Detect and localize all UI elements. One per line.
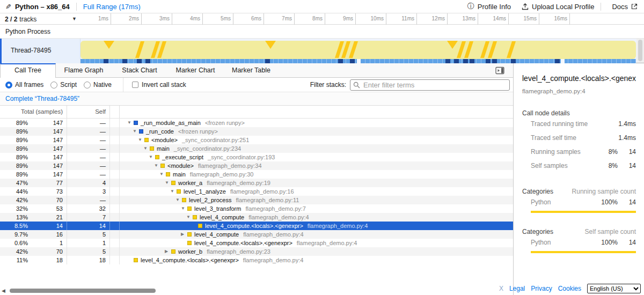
collapse-icon[interactable]: ▼ [154, 161, 160, 170]
invert-call-stack-checkbox[interactable] [132, 82, 138, 88]
radio-native[interactable]: Native [84, 81, 112, 88]
table-row[interactable]: 42%70—▼level_2_processflamegraph_demo.py… [0, 196, 513, 204]
breadcrumb-root-link[interactable]: Complete “Thread-78495” [5, 95, 79, 102]
jank-marker[interactable] [447, 41, 458, 49]
collapse-icon[interactable]: ▼ [133, 127, 139, 136]
jank-marker[interactable] [135, 41, 144, 58]
category-value: 14 [618, 239, 636, 246]
table-row[interactable]: 89%147—▼<module>_sync_coordinator.py:251 [0, 136, 513, 144]
table-row[interactable]: 11%1818level_4_compute.<locals>.<genexpr… [0, 256, 513, 264]
table-row[interactable]: 89%147—▼_run_module_as_main<frozen runpy… [0, 119, 513, 127]
jank-marker[interactable] [265, 41, 276, 49]
table-row[interactable]: 47%774▼worker_aflamegraph_demo.py:19 [0, 179, 513, 187]
time-ruler[interactable]: 1ms2ms3ms4ms5ms6ms7ms8ms9ms10ms11ms12ms1… [80, 13, 644, 25]
invert-call-stack-label: Invert call stack [142, 81, 186, 88]
tab-call-tree[interactable]: Call Tree [0, 63, 56, 78]
detail-row: Traced running time1.4ms [531, 117, 636, 131]
radio-script[interactable]: Script [50, 81, 77, 88]
collapse-icon[interactable]: ▼ [175, 196, 182, 204]
table-row[interactable]: 42%705▶worker_bflamegraph_demo.py:23 [0, 247, 513, 256]
total-cell: 47%77 [0, 179, 67, 187]
collapse-icon[interactable]: ▼ [127, 119, 134, 127]
table-row[interactable]: 32%5332▼level_3_transformflamegraph_demo… [0, 204, 513, 213]
icon-cell [110, 247, 120, 256]
self-column-header[interactable]: Self [67, 106, 110, 118]
sidebar-function-name: level_4_compute.<locals>.<genex… [522, 74, 636, 83]
collapse-icon[interactable]: ▼ [149, 153, 155, 161]
collapse-icon[interactable]: ▼ [170, 187, 177, 196]
edit-profile-name-icon[interactable]: ✎ [5, 3, 11, 11]
tree-cell: ▼main_sync_coordinator.py:234 [120, 144, 513, 153]
tab-marker-table[interactable]: Marker Table [223, 63, 279, 77]
process-track-row[interactable]: Python Process [0, 25, 644, 39]
chevron-down-icon[interactable]: ▼ [72, 16, 77, 21]
collapse-icon[interactable]: ▼ [186, 213, 193, 222]
footer-link-cookies[interactable]: Cookies [558, 285, 581, 292]
sidebar-toggle-button[interactable] [495, 67, 504, 75]
jank-marker[interactable] [349, 41, 358, 58]
horizontal-scrollbar[interactable]: ◀ [0, 287, 513, 294]
total-cell: 11%18 [0, 256, 67, 264]
icon-cell [110, 119, 120, 127]
jank-marker[interactable] [507, 41, 516, 58]
table-row[interactable]: 8.5%1414level_4_compute.<locals>.<genexp… [0, 222, 513, 230]
self-cell: — [67, 170, 110, 179]
scrollbar-thumb[interactable] [638, 40, 642, 61]
table-row[interactable]: 9.7%165▶level_4_computeflamegraph_demo.p… [0, 230, 513, 239]
upload-profile-button[interactable]: Upload Local Profile [522, 3, 594, 11]
collapse-icon[interactable]: ▼ [143, 144, 150, 153]
collapse-icon[interactable]: ▼ [181, 204, 187, 213]
table-row[interactable]: 13%217▼level_4_computeflamegraph_demo.py… [0, 213, 513, 222]
jank-marker[interactable] [104, 41, 114, 49]
footer-close-button[interactable]: X [499, 285, 503, 292]
thread-activity-graph[interactable] [80, 41, 636, 59]
profile-info-button[interactable]: ⓘ Profile Info [467, 2, 511, 11]
ruler-tick: 14ms [478, 13, 509, 25]
table-row[interactable]: 89%147—▼_run_code<frozen runpy> [0, 127, 513, 136]
table-row[interactable]: 89%147—▼mainflamegraph_demo.py:30 [0, 170, 513, 179]
language-select[interactable]: English (US) [587, 284, 641, 293]
table-row[interactable]: 44%733▼level_1_analyzeflamegraph_demo.py… [0, 187, 513, 196]
collapse-icon[interactable]: ▼ [138, 136, 144, 144]
total-percent: 44% [0, 187, 28, 196]
icon-cell [110, 153, 120, 161]
scrollbar-thumb[interactable] [10, 289, 156, 293]
filter-stacks-input[interactable] [350, 79, 510, 91]
icon-cell [110, 196, 120, 204]
call-node-sidebar: level_4_compute.<locals>.<genex… flamegr… [513, 63, 644, 295]
tab-stack-chart[interactable]: Stack Chart [112, 63, 167, 77]
tracks-dropdown[interactable]: 2 / 2 tracks [0, 13, 80, 25]
full-range-link[interactable]: Full Range (17ms) [83, 3, 141, 11]
collapse-icon[interactable]: ▼ [165, 179, 171, 187]
call-tree-header: Total (samples) Self [0, 106, 513, 119]
category-name: Python [531, 198, 595, 206]
table-row[interactable]: 89%147—▼<module>flamegraph_demo.py:34 [0, 161, 513, 170]
footer-link-privacy[interactable]: Privacy [531, 285, 552, 292]
scroll-left-icon[interactable]: ◀ [2, 288, 5, 293]
table-row[interactable]: 0.6%11level_4_compute.<locals>.<genexpr>… [0, 239, 513, 247]
jank-marker[interactable] [464, 41, 473, 58]
total-cell: 89%147 [0, 161, 67, 170]
table-row[interactable]: 89%147—▼main_sync_coordinator.py:234 [0, 144, 513, 153]
total-samples-column-header[interactable]: Total (samples) [0, 106, 67, 118]
collapse-icon[interactable]: ▼ [159, 170, 166, 179]
tree-cell: level_4_compute.<locals>.<genexpr>flameg… [120, 222, 513, 230]
thread-track-label[interactable]: Thread-78495 [0, 39, 80, 63]
thread-track-row[interactable]: Thread-78495 [0, 39, 644, 63]
thread-samples-strip[interactable] [80, 59, 636, 63]
tab-flame-graph[interactable]: Flame Graph [56, 63, 112, 77]
expand-icon[interactable]: ▶ [181, 230, 187, 239]
radio-all-frames[interactable]: All frames [5, 81, 43, 88]
footer-link-legal[interactable]: Legal [509, 285, 525, 292]
table-row[interactable]: 89%147—▼_execute_script_sync_coordinator… [0, 153, 513, 161]
function-location: _sync_coordinator.py:234 [174, 144, 241, 153]
jank-marker[interactable] [488, 41, 497, 58]
total-count: 147 [28, 170, 67, 179]
timeline-vertical-scrollbar[interactable] [636, 39, 644, 63]
category-square-yellow [187, 232, 192, 237]
expand-icon[interactable]: ▶ [165, 247, 171, 256]
total-percent: 42% [0, 247, 28, 256]
docs-link[interactable]: Docs [612, 3, 638, 11]
sample-tick [463, 59, 468, 63]
tab-marker-chart[interactable]: Marker Chart [167, 63, 223, 77]
